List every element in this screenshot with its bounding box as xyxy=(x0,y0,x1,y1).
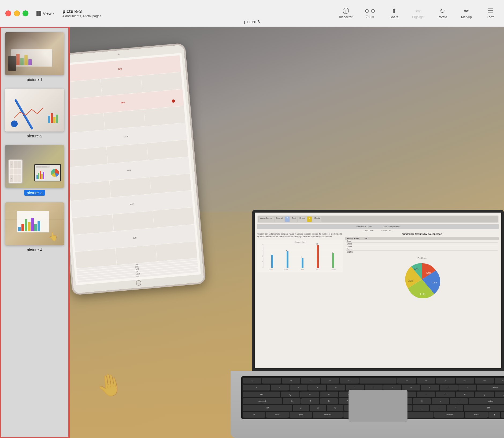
minimize-button[interactable] xyxy=(14,10,20,16)
share-button[interactable]: ⬆ Share xyxy=(386,8,402,19)
traffic-lights xyxy=(5,10,28,16)
sidebar: picture-1 xyxy=(0,27,70,438)
titlebar: View ▾ picture-3 4 documents, 4 total pa… xyxy=(0,0,504,27)
thumbnail-picture-1 xyxy=(5,32,64,75)
sidebar-item-picture-1[interactable]: picture-1 xyxy=(3,31,66,83)
close-button[interactable] xyxy=(5,10,11,16)
inspector-icon: ⓘ xyxy=(343,8,349,14)
view-icon xyxy=(36,11,41,16)
zoom-label: Zoom xyxy=(366,15,374,19)
share-label: Share xyxy=(390,15,398,19)
markup-button[interactable]: ✒ Markup xyxy=(458,8,475,19)
tablet-device: JAN FEB MAR APR MAY JUN JUL AUG xyxy=(70,43,206,295)
zoom-in-icon: ⊕ xyxy=(365,8,369,14)
rotate-label: Rotate xyxy=(438,15,447,19)
preview-image: JAN FEB MAR APR MAY JUN JUL AUG xyxy=(70,27,504,438)
svg-text:13%: 13% xyxy=(414,268,418,270)
thumbnail-picture-2 xyxy=(5,89,64,132)
picture-2-label: picture-2 xyxy=(27,134,42,138)
sidebar-item-picture-4[interactable]: 👆 picture-4 xyxy=(3,201,66,253)
svg-text:21%: 21% xyxy=(420,293,425,295)
picture-4-label: picture-4 xyxy=(27,247,42,252)
markup-label: Markup xyxy=(461,15,472,19)
tablet-screen: JAN FEB MAR APR MAY JUN JUL AUG xyxy=(70,53,201,285)
window-title: picture-3 xyxy=(244,19,260,24)
sidebar-item-picture-3[interactable]: J M picture-3 xyxy=(3,144,66,197)
picture-3-label-selected: picture-3 xyxy=(24,190,45,196)
inspector-label: Inspector xyxy=(339,15,352,19)
laptop-display: Auto Correct Format T Text Share ● Media xyxy=(252,210,504,371)
inspector-button[interactable]: ⓘ Inspector xyxy=(338,8,354,19)
rotate-icon: ↻ xyxy=(440,8,445,14)
doc-info: picture-3 4 documents, 4 total pages xyxy=(62,9,101,18)
form-label: Form xyxy=(487,15,494,19)
rotate-button[interactable]: ↻ Rotate xyxy=(434,8,450,19)
svg-text:30%: 30% xyxy=(426,272,431,275)
svg-text:16%: 16% xyxy=(432,281,437,284)
sidebar-item-picture-2[interactable]: picture-2 xyxy=(3,87,66,140)
form-icon: ☰ xyxy=(488,8,494,14)
thumbnail-picture-3: J M xyxy=(5,145,64,188)
doc-subtitle: 4 documents, 4 total pages xyxy=(62,14,101,18)
pie-chart-svg: 30% 16% 21% 20% 13% xyxy=(403,261,441,298)
laptop-screen-bg: Auto Correct Format T Text Share ● Media xyxy=(255,213,501,368)
thumbnail-picture-4: 👆 xyxy=(5,202,64,245)
toolbar-actions: ⓘ Inspector ⊕ ⊖ Zoom ⬆ Share ✏ Highlight… xyxy=(338,8,499,19)
svg-text:20%: 20% xyxy=(408,279,413,282)
laptop-device: Auto Correct Format T Text Share ● Media xyxy=(231,210,504,438)
view-control[interactable]: View ▾ xyxy=(36,11,54,16)
laptop-trackpad xyxy=(349,390,407,422)
laptop-base: esc F1 F2 F3 F4 F7 F8 F9 F10 F11 xyxy=(231,371,504,438)
preview-pane: JAN FEB MAR APR MAY JUN JUL AUG xyxy=(70,27,504,438)
highlight-icon: ✏ xyxy=(416,8,421,14)
highlight-button[interactable]: ✏ Highlight xyxy=(410,8,426,19)
view-label: View xyxy=(43,11,51,16)
maximize-button[interactable] xyxy=(23,10,28,16)
highlight-label: Highlight xyxy=(412,15,425,19)
chevron-down-icon: ▾ xyxy=(53,12,54,15)
main-area: picture-1 xyxy=(0,27,504,438)
markup-icon: ✒ xyxy=(464,8,469,14)
zoom-out-icon: ⊖ xyxy=(370,8,375,14)
picture-1-label: picture-1 xyxy=(27,77,42,82)
share-icon: ⬆ xyxy=(391,8,397,14)
doc-title: picture-3 xyxy=(62,9,101,14)
form-button[interactable]: ☰ Form xyxy=(483,8,499,19)
zoom-button[interactable]: ⊕ ⊖ Zoom xyxy=(362,8,378,19)
